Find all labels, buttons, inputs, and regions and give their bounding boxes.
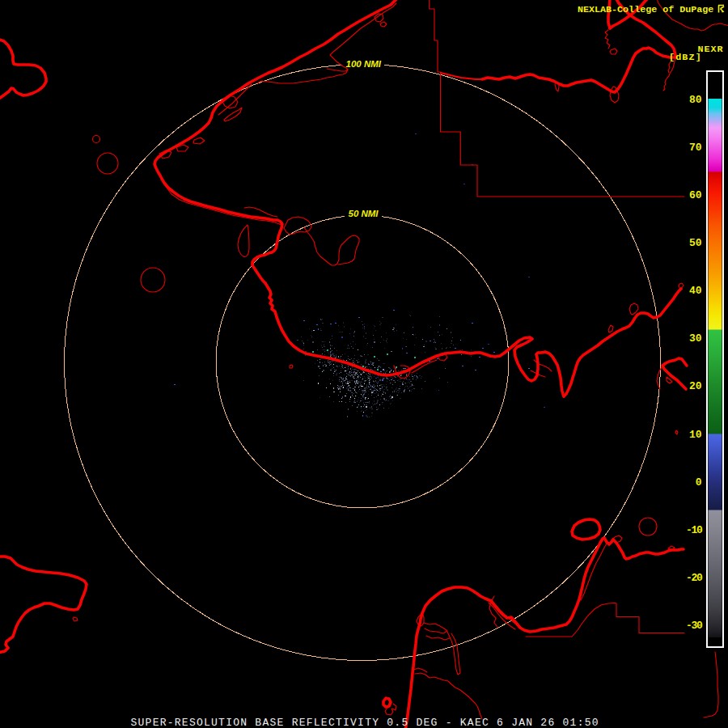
svg-text:70: 70 — [689, 142, 702, 154]
svg-text:50: 50 — [689, 237, 702, 249]
svg-text:-20: -20 — [686, 572, 703, 584]
svg-text:NEXLAB-College of DuPage: NEXLAB-College of DuPage — [578, 4, 713, 15]
svg-text:[dBZ]: [dBZ] — [669, 52, 702, 63]
svg-text:100 NMI: 100 NMI — [346, 59, 382, 69]
svg-text:0: 0 — [696, 476, 702, 489]
svg-text:80: 80 — [689, 94, 702, 106]
svg-text:50 NMI: 50 NMI — [349, 209, 379, 218]
svg-text:SUPER-RESOLUTION BASE REFLECTI: SUPER-RESOLUTION BASE REFLECTIVITY 0.5 D… — [131, 717, 599, 728]
svg-text:60: 60 — [689, 189, 702, 201]
svg-text:-30: -30 — [686, 620, 703, 632]
svg-text:40: 40 — [689, 285, 702, 297]
svg-text:30: 30 — [689, 332, 702, 345]
svg-text:10: 10 — [689, 429, 702, 441]
svg-text:-10: -10 — [686, 524, 703, 536]
svg-text:20: 20 — [689, 380, 702, 392]
